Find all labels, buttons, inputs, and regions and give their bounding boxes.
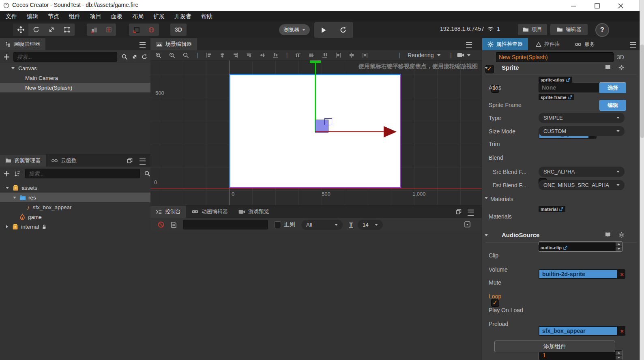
menu-developer[interactable]: 开发者 [170, 11, 196, 21]
menu-component[interactable]: 组件 [64, 11, 85, 21]
sprite-frame-edit-button[interactable]: 编辑 [599, 100, 626, 111]
clear-reference-icon[interactable]: × [620, 269, 624, 279]
zoom-out-icon[interactable] [169, 52, 175, 58]
atlas-value-field[interactable]: None [539, 83, 599, 92]
popout-icon[interactable] [456, 209, 462, 214]
atlas-select-button[interactable]: 选择 [599, 82, 626, 93]
rect-tool-button[interactable] [59, 24, 75, 36]
type-dropdown[interactable]: SIMPLE [539, 113, 625, 123]
inspector-menu-icon[interactable] [630, 42, 636, 48]
log-level-dropdown[interactable]: All [301, 220, 343, 230]
rotate-tool-button[interactable] [28, 24, 44, 36]
zoom-reset-icon[interactable] [183, 52, 189, 58]
expander-right-icon[interactable] [6, 225, 8, 228]
preview-target-dropdown[interactable]: 浏览器 [279, 24, 310, 35]
node-enabled-checkbox[interactable] [485, 65, 494, 73]
world-coordinate-button[interactable] [144, 24, 159, 36]
clear-reference-icon[interactable]: × [620, 326, 624, 336]
gizmo-y-handle[interactable] [310, 60, 321, 63]
expander-down-icon[interactable] [13, 197, 16, 199]
camera-view-dropdown[interactable] [457, 53, 470, 58]
expander-down-icon[interactable] [11, 67, 15, 69]
align-vcenter-icon[interactable] [260, 52, 265, 58]
assets-menu-icon[interactable] [140, 159, 146, 165]
scrollbar-thumb[interactable] [640, 45, 644, 138]
search-icon[interactable] [144, 171, 150, 177]
search-icon[interactable] [122, 54, 128, 60]
asset-row-game[interactable]: game [0, 212, 150, 222]
scale-tool-button[interactable] [44, 24, 59, 36]
expand-all-icon[interactable] [132, 54, 137, 60]
collapse-icon[interactable] [464, 221, 470, 227]
zoom-in-icon[interactable] [155, 52, 161, 58]
number-stepper[interactable] [616, 242, 622, 251]
asset-row-sfx[interactable]: ♪ sfx_box_appear [0, 202, 150, 212]
materials-collapse-icon[interactable] [485, 197, 488, 199]
assets-search-input[interactable] [25, 169, 140, 178]
minimize-button[interactable] [567, 1, 580, 11]
clip-ref-field[interactable]: sfx_box_appear × [539, 326, 625, 336]
asset-row-internal[interactable]: internal [0, 222, 150, 231]
help-doc-icon[interactable] [605, 64, 611, 70]
align-right-icon[interactable] [233, 52, 238, 58]
help-doc-icon[interactable] [605, 232, 611, 238]
toggle-3d-button[interactable]: 3D [170, 24, 187, 36]
align-top-icon[interactable] [246, 52, 252, 58]
refresh-tree-icon[interactable] [142, 54, 147, 60]
distribute-hcenter-icon[interactable] [349, 52, 354, 58]
distribute-top-icon[interactable] [295, 52, 301, 58]
align-hcenter-icon[interactable] [219, 52, 225, 58]
src-blend-dropdown[interactable]: SRC_ALPHA [539, 167, 625, 177]
tab-hierarchy[interactable]: 层级管理器 [0, 38, 45, 50]
component-settings-icon[interactable] [618, 64, 625, 71]
menu-panel[interactable]: 面板 [106, 11, 127, 21]
tab-services[interactable]: 服务 [569, 38, 600, 50]
hierarchy-search-input[interactable] [13, 52, 117, 62]
console-menu-icon[interactable] [468, 210, 474, 216]
sort-icon[interactable] [14, 171, 20, 176]
tree-node-new-sprite[interactable]: New Sprite(Splash) [0, 83, 150, 92]
gizmo-x-arrowhead[interactable] [384, 126, 397, 137]
maximize-button[interactable] [590, 1, 603, 11]
tab-scene-editor[interactable]: 场景编辑器 [150, 38, 197, 50]
dst-blend-dropdown[interactable]: ONE_MINUS_SRC_ALPHA [539, 180, 625, 190]
component-settings-icon[interactable] [618, 232, 625, 238]
align-left-icon[interactable] [206, 52, 212, 58]
align-bottom-icon[interactable] [273, 52, 279, 58]
tab-game-preview[interactable]: 游戏预览 [233, 206, 275, 218]
tab-assets[interactable]: 资源管理器 [0, 154, 46, 167]
console-filter-input[interactable] [183, 220, 268, 229]
menu-layout[interactable]: 布局 [127, 11, 148, 21]
menu-extension[interactable]: 扩展 [148, 11, 170, 21]
clear-console-icon[interactable] [158, 221, 164, 228]
asset-row-res[interactable]: res [0, 193, 150, 202]
sprite-collapse-icon[interactable] [485, 67, 488, 69]
open-project-button[interactable]: 项目 [518, 24, 547, 35]
pivot-anchor-button[interactable] [87, 24, 101, 36]
menu-help[interactable]: 帮助 [196, 11, 217, 21]
close-button[interactable] [614, 1, 627, 11]
tree-node-main-camera[interactable]: Main Camera [0, 73, 150, 83]
menu-file[interactable]: 文件 [1, 11, 22, 21]
audio-enabled-checkbox[interactable] [491, 299, 499, 307]
distribute-right-icon[interactable] [362, 52, 368, 58]
number-stepper[interactable] [616, 351, 622, 360]
distribute-vcenter-icon[interactable] [309, 52, 314, 58]
tab-cloud-functions[interactable]: 云函数 [46, 154, 82, 167]
play-button[interactable] [321, 27, 326, 33]
move-tool-button[interactable] [13, 24, 28, 36]
console-output[interactable] [150, 231, 482, 360]
tab-console[interactable]: 控制台 [150, 206, 186, 218]
distribute-left-icon[interactable] [335, 52, 341, 58]
scene-menu-icon[interactable] [466, 42, 472, 48]
tab-properties[interactable]: 属性检查器 [482, 38, 528, 50]
tree-node-canvas[interactable]: Canvas [0, 63, 150, 73]
rendering-dropdown[interactable]: Rendering [408, 52, 440, 58]
open-log-file-icon[interactable] [171, 222, 176, 228]
scene-viewport[interactable]: 使用鼠标右键平移视窗焦点，使用滚轮缩放视图 500 0 0 500 1,000 [150, 60, 482, 205]
pivot-center-button[interactable] [101, 24, 116, 36]
audio-collapse-icon[interactable] [485, 234, 488, 236]
font-size-dropdown[interactable]: 14 [358, 220, 383, 230]
menu-edit[interactable]: 编辑 [22, 11, 43, 21]
menu-project[interactable]: 项目 [85, 11, 106, 21]
